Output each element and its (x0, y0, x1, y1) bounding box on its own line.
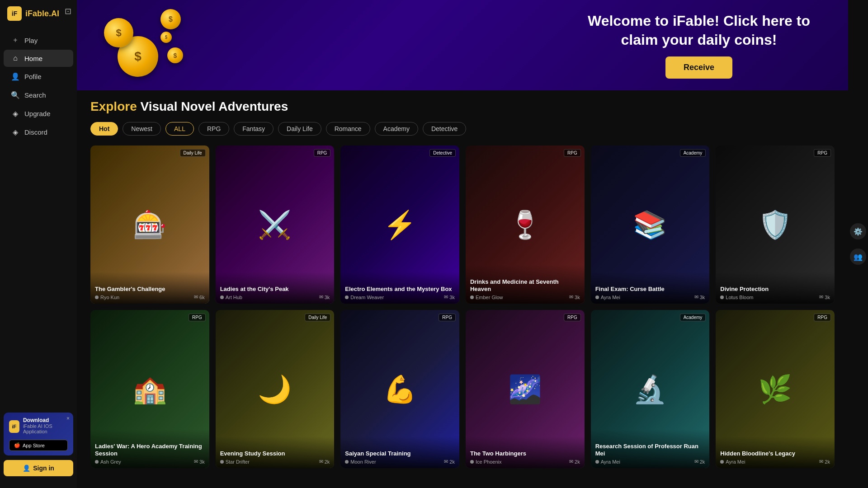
card-author: Ayra Mei (595, 295, 620, 300)
author-name: Moon River (350, 459, 376, 465)
message-icon: ✉ (819, 459, 823, 465)
count-value: 2k (825, 459, 830, 465)
explore-section: Explore Visual Novel Adventures Hot Newe… (77, 99, 848, 488)
section-title-highlight: Explore (90, 99, 137, 113)
card-final-exam[interactable]: 📚 Academy Final Exam: Curse Battle Ayra … (591, 145, 710, 304)
card-two-harbingers[interactable]: 🌌 RPG The Two Harbingers Ice Phoenix ✉ 2… (466, 310, 585, 468)
filter-hot[interactable]: Hot (90, 122, 118, 136)
sidebar-item-search[interactable]: 🔍 Search (4, 86, 73, 104)
author-avatar (345, 460, 349, 464)
filter-fantasy[interactable]: Fantasy (234, 122, 274, 136)
card-overlay: Drinks and Medicine at Seventh Heaven Em… (466, 265, 585, 304)
card-evening-study[interactable]: 🌙 Daily Life Evening Study Session Star … (216, 310, 335, 468)
card-author: Ember Glow (470, 295, 503, 300)
filter-academy[interactable]: Academy (375, 122, 418, 136)
logo-text: iFable.AI (25, 9, 59, 19)
card-title: Evening Study Session (220, 450, 330, 457)
author-name: Ash Grey (100, 459, 121, 465)
author-avatar (595, 460, 599, 464)
receive-button[interactable]: Receive (665, 56, 732, 79)
card-divine-protection[interactable]: 🛡️ RPG Divine Protection Lotus Bloom ✉ 3… (716, 145, 835, 304)
logo-brand: iFable (25, 9, 49, 18)
message-icon: ✉ (194, 459, 198, 465)
card-title: Research Session of Professor Ruan Mei (595, 443, 705, 457)
author-name: Ember Glow (476, 295, 503, 300)
card-meta: Ayra Mei ✉ 3k (595, 294, 705, 300)
card-ladies-city-peak[interactable]: ⚔️ RPG Ladies at the City's Peak Art Hub… (216, 145, 335, 304)
card-meta: Art Hub ✉ 3k (220, 294, 330, 300)
app-store-label: App Store (23, 443, 45, 448)
sidebar-item-discord[interactable]: ◈ Discord (4, 123, 73, 141)
card-meta: Ember Glow ✉ 3k (470, 294, 580, 300)
sidebar-item-upgrade[interactable]: ◈ Upgrade (4, 105, 73, 122)
card-overlay: Electro Elements and the Mystery Box Dre… (340, 272, 459, 304)
coin-medium: $ (104, 18, 133, 47)
card-meta: Ice Phoenix ✉ 2k (470, 459, 580, 465)
author-avatar (220, 460, 224, 464)
card-title: Drinks and Medicine at Seventh Heaven (470, 278, 580, 292)
count-value: 3k (575, 295, 580, 300)
sidebar-item-home[interactable]: ⌂ Home (4, 50, 73, 67)
coin-small2: $ (167, 47, 183, 63)
logo: iF iFable.AI ⊡ (0, 6, 77, 29)
count-value: 2k (575, 459, 580, 465)
card-saiyan-training[interactable]: 💪 RPG Saiyan Special Training Moon River… (340, 310, 459, 468)
card-count: ✉ 2k (694, 459, 705, 465)
collapse-button[interactable]: ⊡ (65, 6, 71, 16)
settings-icon-button[interactable]: ⚙️ (850, 223, 866, 239)
share-icon-button[interactable]: 👥 (850, 249, 866, 265)
card-badge: RPG (564, 149, 581, 157)
card-author: Ayra Mei (720, 459, 745, 465)
download-card: × iF Download iFable AI IOS Application … (4, 413, 73, 455)
card-count: ✉ 3k (444, 294, 455, 300)
filter-all[interactable]: ALL (165, 122, 194, 136)
card-title: Final Exam: Curse Battle (595, 286, 705, 293)
card-count: ✉ 3k (569, 294, 580, 300)
author-avatar (95, 460, 99, 464)
sign-in-button[interactable]: 👤 Sign in (4, 460, 73, 476)
message-icon: ✉ (444, 459, 448, 465)
author-name: Star Drifter (226, 459, 250, 465)
card-hidden-bloodline[interactable]: 🌿 RPG Hidden Bloodline's Legacy Ayra Mei… (716, 310, 835, 468)
card-meta: Ayra Mei ✉ 2k (720, 459, 830, 465)
card-badge: Daily Life (305, 314, 330, 321)
filter-rpg[interactable]: RPG (198, 122, 229, 136)
message-icon: ✉ (569, 294, 573, 300)
filter-newest[interactable]: Newest (123, 122, 161, 136)
card-gamblers-challenge[interactable]: 🎰 Daily Life The Gambler's Challenge Ryo… (90, 145, 209, 304)
filter-detective[interactable]: Detective (423, 122, 466, 136)
card-badge: RPG (439, 314, 456, 321)
card-count: ✉ 3k (194, 459, 205, 465)
card-badge: RPG (314, 149, 331, 157)
coin-small1: $ (160, 9, 181, 29)
card-overlay: Evening Study Session Star Drifter ✉ 2k (216, 436, 335, 469)
sidebar-item-play[interactable]: + Play (4, 32, 73, 49)
sidebar-item-profile[interactable]: 👤 Pofile (4, 68, 73, 85)
daily-coins-banner[interactable]: $ $ $ $ $ Welcome to iFable! Click here … (77, 0, 848, 90)
download-close-button[interactable]: × (66, 415, 70, 422)
card-author: Moon River (345, 459, 376, 465)
download-subtitle: iFable AI IOS Application (23, 423, 68, 434)
author-name: Ayra Mei (601, 459, 620, 465)
card-badge: Daily Life (180, 149, 206, 157)
card-overlay: Final Exam: Curse Battle Ayra Mei ✉ 3k (591, 272, 710, 304)
card-count: ✉ 2k (569, 459, 580, 465)
message-icon: ✉ (444, 294, 448, 300)
card-meta: Ryo Kun ✉ 6k (95, 294, 205, 300)
count-value: 3k (325, 295, 330, 300)
card-research-session[interactable]: 🔬 Academy Research Session of Professor … (591, 310, 710, 468)
filter-romance[interactable]: Romance (326, 122, 370, 136)
card-ladies-war[interactable]: 🏫 RPG Ladies' War: A Hero Academy Traini… (90, 310, 209, 468)
app-store-button[interactable]: 🍎 App Store (9, 440, 68, 451)
author-name: Ayra Mei (601, 295, 620, 300)
nav-section: + Play ⌂ Home 👤 Pofile 🔍 Search ◈ Upgrad… (0, 29, 77, 144)
card-electro-elements[interactable]: ⚡ Detective Electro Elements and the Mys… (340, 145, 459, 304)
author-avatar (595, 296, 599, 299)
author-avatar (720, 460, 724, 464)
card-drinks-medicine[interactable]: 🍷 RPG Drinks and Medicine at Seventh Hea… (466, 145, 585, 304)
author-avatar (95, 296, 99, 299)
author-avatar (470, 296, 474, 299)
filter-daily-life[interactable]: Daily Life (278, 122, 321, 136)
count-value: 2k (325, 459, 330, 465)
filter-tabs: Hot Newest ALL RPG Fantasy Daily Life Ro… (90, 122, 835, 136)
